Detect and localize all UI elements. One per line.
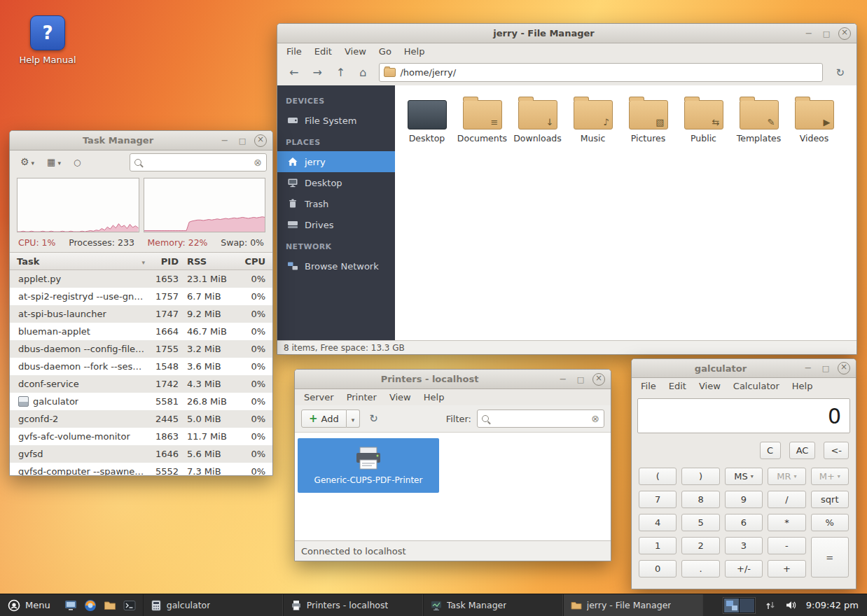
process-row[interactable]: dconf-service 1742 4.3 MiB 0% xyxy=(10,375,272,393)
process-row[interactable]: blueman-applet 1664 46.7 MiB 0% xyxy=(10,323,272,340)
calc-button[interactable]: 7 xyxy=(639,491,677,508)
folder-item[interactable]: ↓ Downloads xyxy=(510,94,565,144)
menu-item[interactable]: File xyxy=(634,379,663,393)
calc-button[interactable]: 1 xyxy=(639,537,677,554)
calc-button[interactable]: M+ xyxy=(811,468,849,485)
calc-button[interactable]: 8 xyxy=(681,491,719,508)
process-row[interactable]: dbus-daemon --fork --session --... 1548 … xyxy=(10,358,272,375)
process-row[interactable]: at-spi2-registryd --use-gnome-s... 1757 … xyxy=(10,288,272,305)
back-button[interactable] xyxy=(283,64,305,81)
calc-button[interactable]: <- xyxy=(824,442,849,459)
process-scope-button[interactable] xyxy=(69,155,85,169)
calc-button[interactable]: MR xyxy=(768,468,805,485)
file-manager-launcher-icon[interactable] xyxy=(103,598,118,612)
workspace-2[interactable] xyxy=(740,598,754,612)
process-row[interactable]: galculator 5581 26.8 MiB 0% xyxy=(10,393,272,410)
calc-button[interactable]: / xyxy=(768,491,805,508)
menu-item[interactable]: Help xyxy=(417,390,451,405)
file-manager-titlebar[interactable]: jerry - File Manager xyxy=(277,24,856,43)
menu-item[interactable]: Help xyxy=(786,379,819,393)
sidebar-item-trash[interactable]: Trash xyxy=(277,193,395,214)
refresh-button[interactable] xyxy=(364,412,383,426)
process-row[interactable]: at-spi-bus-launcher 1747 9.2 MiB 0% xyxy=(10,305,272,323)
sidebar-item-browse-network[interactable]: Browse Network xyxy=(277,255,395,276)
calc-button[interactable]: . xyxy=(681,560,719,578)
menu-item[interactable]: Go xyxy=(373,44,398,59)
clock[interactable]: 9:09:42 pm xyxy=(806,600,859,610)
calc-button[interactable]: 9 xyxy=(725,491,763,508)
close-button[interactable] xyxy=(838,27,851,40)
web-browser-launcher-icon[interactable] xyxy=(83,598,98,612)
sidebar-item-file-system[interactable]: File System xyxy=(277,110,395,131)
calc-button[interactable]: * xyxy=(768,514,805,531)
close-button[interactable] xyxy=(254,134,267,147)
process-row[interactable]: applet.py 1653 23.1 MiB 0% xyxy=(10,270,272,288)
menu-item[interactable]: Calculator xyxy=(727,379,786,393)
sidebar-item-jerry[interactable]: jerry xyxy=(277,151,395,172)
folder-item[interactable]: ≡ Documents xyxy=(455,94,510,144)
add-printer-button[interactable]: Add xyxy=(301,410,347,428)
galculator-titlebar[interactable]: galculator xyxy=(632,359,856,378)
printer-item-selected[interactable]: Generic-CUPS-PDF-Printer xyxy=(298,438,439,493)
menu-item[interactable]: Printer xyxy=(340,390,383,405)
calc-button[interactable]: 2 xyxy=(681,537,719,554)
calc-button[interactable]: AC xyxy=(789,442,816,459)
sidebar-item-drives[interactable]: Drives xyxy=(277,214,395,235)
menu-item[interactable]: File xyxy=(280,44,308,59)
column-header-rss[interactable]: RSS xyxy=(179,256,236,267)
taskbar-window-galculator[interactable]: galculator xyxy=(143,594,283,616)
menu-item[interactable]: Help xyxy=(398,44,431,59)
calc-button[interactable]: C xyxy=(760,442,781,459)
minimize-button[interactable] xyxy=(219,135,230,146)
volume-icon[interactable] xyxy=(785,599,798,612)
folder-item[interactable]: ✎ Templates xyxy=(731,94,786,144)
process-row[interactable]: gvfs-afc-volume-monitor 1863 11.7 MiB 0% xyxy=(10,428,272,445)
taskbar-window-task-manager[interactable]: Task Manager xyxy=(423,594,563,616)
settings-button[interactable] xyxy=(15,155,39,169)
calc-button[interactable]: 3 xyxy=(725,537,763,554)
process-row[interactable]: gvfsd-computer --spawner :1.10... 5552 7… xyxy=(10,463,272,475)
maximize-button[interactable] xyxy=(821,28,832,39)
workspace-switcher[interactable] xyxy=(723,597,756,614)
view-mode-button[interactable] xyxy=(42,155,66,169)
help-manual-shortcut[interactable]: Help Manual xyxy=(17,15,78,65)
network-icon[interactable] xyxy=(764,599,777,612)
calc-button[interactable]: 5 xyxy=(681,514,719,531)
home-button[interactable] xyxy=(353,64,373,81)
menu-item[interactable]: View xyxy=(693,379,727,393)
calc-button[interactable]: ( xyxy=(639,468,677,485)
menu-item[interactable]: View xyxy=(383,390,417,405)
minimize-button[interactable] xyxy=(803,28,814,39)
up-button[interactable] xyxy=(330,64,352,81)
taskbar-window-printers[interactable]: Printers - localhost xyxy=(283,594,423,616)
task-search-input[interactable] xyxy=(130,153,267,172)
maximize-button[interactable] xyxy=(820,363,831,374)
terminal-launcher-icon[interactable] xyxy=(123,598,137,612)
menu-item[interactable]: Edit xyxy=(663,379,693,393)
calc-button[interactable]: sqrt xyxy=(811,491,849,508)
path-bar[interactable]: /home/jerry/ xyxy=(379,63,823,82)
folder-item[interactable]: Desktop xyxy=(399,94,455,144)
workspace-1[interactable] xyxy=(724,598,739,612)
printer-filter-input[interactable] xyxy=(477,410,604,428)
calc-button[interactable]: 6 xyxy=(725,514,763,531)
folder-item[interactable]: ▶ Videos xyxy=(786,94,842,144)
minimize-button[interactable] xyxy=(557,374,569,385)
forward-button[interactable] xyxy=(306,64,328,81)
folder-item[interactable]: ♪ Music xyxy=(565,94,620,144)
menu-item[interactable]: Server xyxy=(298,390,340,405)
menu-item[interactable]: View xyxy=(338,44,373,59)
applications-menu-button[interactable]: Menu xyxy=(0,594,58,616)
calc-button[interactable]: + xyxy=(768,560,805,578)
clear-icon[interactable] xyxy=(591,414,599,424)
maximize-button[interactable] xyxy=(237,135,248,146)
calc-button[interactable]: % xyxy=(811,514,849,531)
menu-item[interactable]: Edit xyxy=(308,44,338,59)
process-row[interactable]: gvfsd 1646 5.6 MiB 0% xyxy=(10,445,272,463)
calc-button[interactable]: 4 xyxy=(639,514,677,531)
close-button[interactable] xyxy=(838,362,850,374)
clear-icon[interactable] xyxy=(254,158,262,167)
calc-button[interactable]: +/- xyxy=(725,560,763,578)
column-header-pid[interactable]: PID xyxy=(149,256,179,267)
close-button[interactable] xyxy=(592,373,605,386)
